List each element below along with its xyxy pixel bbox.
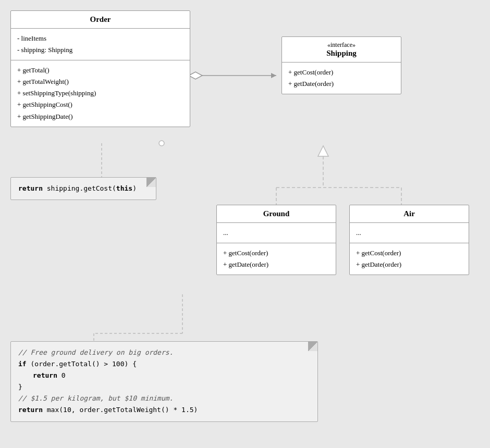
air-title: Air [403, 209, 415, 218]
svg-point-12 [159, 141, 164, 146]
note-2: // Free ground delivery on big orders. i… [10, 341, 318, 422]
note-1: return shipping.getCost(this) [10, 177, 156, 200]
order-method-5: + getShippingDate() [17, 111, 183, 122]
order-class-title: Order [90, 15, 111, 23]
shipping-method-2: + getDate(order) [288, 78, 395, 90]
shipping-class-header: «interface» Shipping [282, 37, 401, 63]
diagram-container: Order - lineItems - shipping: Shipping +… [0, 0, 490, 448]
note2-line-1: // Free ground delivery on big orders. [18, 347, 310, 358]
order-class-header: Order [11, 11, 190, 29]
ground-methods: + getCost(order) + getDate(order) [217, 243, 336, 275]
shipping-title: Shipping [326, 49, 357, 57]
order-method-2: + getTotalWeight() [17, 76, 183, 88]
svg-marker-11 [318, 146, 328, 156]
air-attr-1: ... [356, 227, 462, 239]
note2-line-6: return max(10, order.getTotalWeight() * … [18, 404, 310, 416]
air-class: Air ... + getCost(order) + getDate(order… [349, 205, 469, 275]
order-attr-1: - lineItems [17, 33, 183, 44]
ground-method-1: + getCost(order) [223, 247, 329, 259]
ground-attr-1: ... [223, 227, 329, 239]
air-attributes: ... [350, 223, 469, 243]
shipping-method-1: + getCost(order) [288, 67, 395, 78]
order-methods: + getTotal() + getTotalWeight() + setShi… [11, 60, 190, 126]
order-method-4: + getShippingCost() [17, 99, 183, 110]
note2-line-2: if (order.getTotal() > 100) { [18, 358, 310, 370]
shipping-stereotype: «interface» [288, 41, 395, 49]
order-attributes: - lineItems - shipping: Shipping [11, 29, 190, 60]
ground-class: Ground ... + getCost(order) + getDate(or… [216, 205, 336, 275]
note1-code: shipping.getCost(this) [47, 184, 137, 192]
svg-marker-5 [189, 72, 202, 79]
ground-method-2: + getDate(order) [223, 259, 329, 270]
air-class-header: Air [350, 205, 469, 223]
note2-line-5: // $1.5 per kilogram, but $10 minimum. [18, 393, 310, 404]
svg-marker-6 [271, 73, 276, 78]
note2-line-4: } [18, 381, 310, 393]
air-method-2: + getDate(order) [356, 259, 462, 270]
air-methods: + getCost(order) + getDate(order) [350, 243, 469, 275]
shipping-class: «interface» Shipping + getCost(order) + … [281, 36, 401, 94]
order-class: Order - lineItems - shipping: Shipping +… [10, 10, 190, 127]
ground-class-header: Ground [217, 205, 336, 223]
shipping-methods: + getCost(order) + getDate(order) [282, 63, 401, 94]
ground-title: Ground [263, 209, 290, 218]
ground-attributes: ... [217, 223, 336, 243]
order-method-3: + setShippingType(shipping) [17, 88, 183, 99]
note1-keyword: return [18, 184, 43, 192]
note2-line-3: return 0 [18, 370, 310, 381]
air-method-1: + getCost(order) [356, 247, 462, 259]
order-method-1: + getTotal() [17, 65, 183, 76]
order-attr-2: - shipping: Shipping [17, 44, 183, 56]
